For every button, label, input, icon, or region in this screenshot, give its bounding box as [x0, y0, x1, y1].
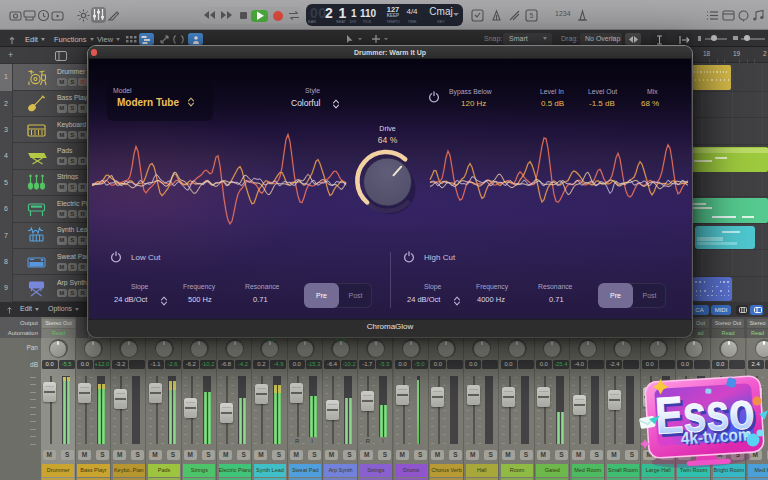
svg-text:5: 5	[530, 12, 534, 19]
